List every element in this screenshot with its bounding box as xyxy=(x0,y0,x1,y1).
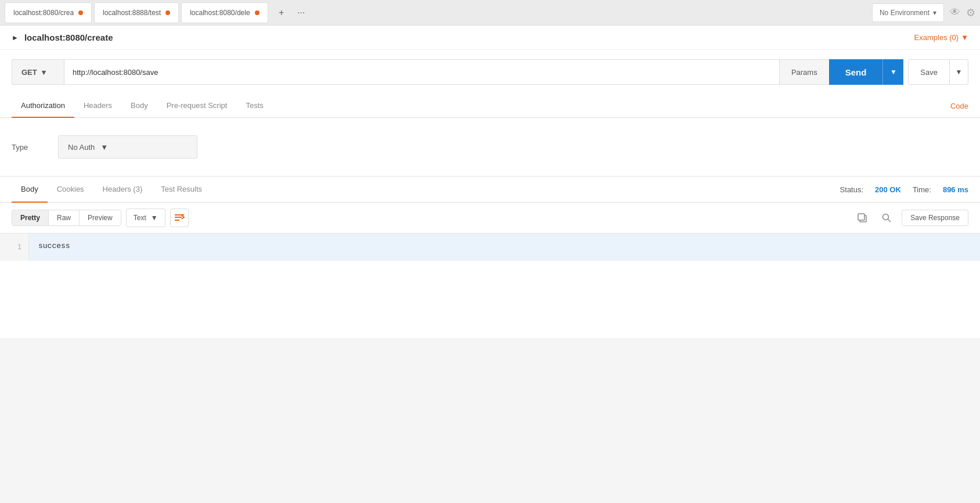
params-button[interactable]: Params xyxy=(779,59,829,85)
status-label: Status: xyxy=(840,185,863,194)
url-bar: GET ▾ Params Send ▼ Save ▼ xyxy=(0,50,980,94)
status-value: 200 OK xyxy=(875,185,901,194)
search-button[interactable] xyxy=(877,209,896,227)
line-numbers: 1 xyxy=(0,233,29,261)
save-button-group: Save ▼ xyxy=(908,59,968,85)
svg-line-6 xyxy=(888,220,891,222)
auth-chevron-icon: ▼ xyxy=(100,143,108,152)
gear-icon[interactable]: ⚙ xyxy=(966,6,975,19)
eye-icon[interactable]: 👁 xyxy=(950,6,960,19)
response-body: 1 success xyxy=(0,233,980,338)
tab-pre-request[interactable]: Pre-request Script xyxy=(157,94,237,118)
method-selector[interactable]: GET ▾ xyxy=(12,59,64,85)
response-format-bar: Pretty Raw Preview Text ▼ xyxy=(0,203,980,233)
send-dropdown-button[interactable]: ▼ xyxy=(882,59,903,85)
tab-tests[interactable]: Tests xyxy=(236,94,272,118)
request-title-bar: ► localhost:8080/create Examples (0) ▼ xyxy=(0,26,980,50)
environment-label: No Environment xyxy=(880,9,929,17)
code-link[interactable]: Code xyxy=(950,102,968,110)
format-preview-button[interactable]: Preview xyxy=(80,210,121,225)
send-chevron-icon: ▼ xyxy=(890,68,897,76)
examples-chevron-icon: ▼ xyxy=(961,33,968,42)
tab-headers[interactable]: Headers xyxy=(74,94,121,118)
tab-1-dot xyxy=(78,10,83,15)
time-value: 896 ms xyxy=(943,185,968,194)
tab-3-label: localhost:8080/dele xyxy=(190,9,250,17)
env-chevron-icon: ▾ xyxy=(933,9,936,17)
request-tabs: Authorization Headers Body Pre-request S… xyxy=(0,94,980,118)
svg-rect-4 xyxy=(858,214,864,220)
method-chevron-icon: ▾ xyxy=(42,68,46,77)
format-raw-button[interactable]: Raw xyxy=(49,210,80,225)
more-tabs-button[interactable]: ··· xyxy=(293,4,310,21)
request-title: localhost:8080/create xyxy=(24,33,113,42)
tab-body[interactable]: Body xyxy=(121,94,157,118)
response-code: success xyxy=(29,233,980,261)
tab-3[interactable]: localhost:8080/dele xyxy=(181,2,268,23)
copy-button[interactable] xyxy=(853,209,871,227)
resp-tab-test-results[interactable]: Test Results xyxy=(152,177,211,203)
auth-type-value: No Auth xyxy=(68,143,95,152)
resp-tab-headers[interactable]: Headers (3) xyxy=(93,177,152,203)
auth-type-label: Type xyxy=(12,143,46,152)
format-pretty-button[interactable]: Pretty xyxy=(12,210,49,225)
time-label: Time: xyxy=(913,185,931,194)
format-group: Pretty Raw Preview xyxy=(12,210,121,226)
tab-2[interactable]: localhost:8888/test xyxy=(94,2,179,23)
url-input[interactable] xyxy=(64,59,779,85)
response-section: Body Cookies Headers (3) Test Results St… xyxy=(0,177,980,338)
tab-2-label: localhost:8888/test xyxy=(103,9,161,17)
auth-area: Type No Auth ▼ xyxy=(0,118,980,176)
save-button[interactable]: Save xyxy=(908,59,950,85)
resp-tab-cookies[interactable]: Cookies xyxy=(48,177,93,203)
tab-authorization[interactable]: Authorization xyxy=(12,94,74,118)
wrap-button[interactable] xyxy=(170,209,189,227)
response-actions: Save Response xyxy=(853,209,968,227)
save-chevron-icon: ▼ xyxy=(956,68,963,76)
line-number-1: 1 xyxy=(0,240,28,254)
response-tabs: Body Cookies Headers (3) Test Results St… xyxy=(0,177,980,203)
save-dropdown-button[interactable]: ▼ xyxy=(950,59,968,85)
svg-point-5 xyxy=(883,214,889,220)
save-response-button[interactable]: Save Response xyxy=(902,210,968,226)
tab-3-dot xyxy=(255,10,260,15)
text-format-value: Text xyxy=(134,214,146,222)
method-value: GET xyxy=(21,68,37,77)
expand-arrow-icon[interactable]: ► xyxy=(12,34,19,42)
auth-type-selector[interactable]: No Auth ▼ xyxy=(58,135,197,159)
tab-2-dot xyxy=(165,10,170,15)
tab-1-label: localhost:8080/crea xyxy=(13,9,74,17)
response-status-area: Status: 200 OK Time: 896 ms xyxy=(840,185,968,194)
environment-selector[interactable]: No Environment ▾ xyxy=(872,3,944,22)
examples-link[interactable]: Examples (0) ▼ xyxy=(914,33,968,42)
send-button[interactable]: Send xyxy=(829,59,883,85)
add-tab-button[interactable]: + xyxy=(273,4,290,21)
tab-1[interactable]: localhost:8080/crea xyxy=(5,2,92,23)
text-format-chevron-icon: ▼ xyxy=(151,214,158,222)
text-format-selector[interactable]: Text ▼ xyxy=(126,209,165,227)
resp-tab-body[interactable]: Body xyxy=(12,177,48,203)
send-button-group: Send ▼ xyxy=(829,59,904,85)
